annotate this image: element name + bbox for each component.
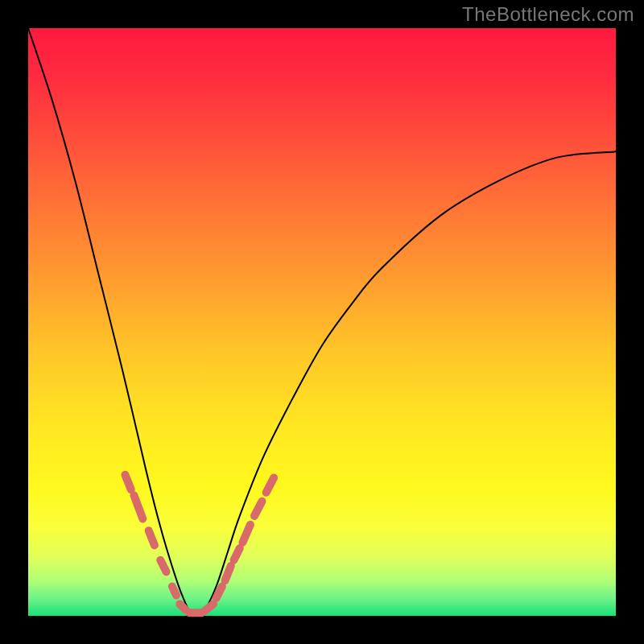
plot-area <box>28 28 616 616</box>
curve-marker-segment <box>160 560 166 572</box>
curve-marker-segment <box>204 604 213 611</box>
bottleneck-chart <box>0 0 644 644</box>
watermark-text: TheBottleneck.com <box>462 3 634 26</box>
curve-marker-segment <box>125 475 130 489</box>
chart-stage: TheBottleneck.com <box>0 0 644 644</box>
curve-marker-segment <box>234 548 240 560</box>
curve-marker-segment <box>217 587 222 599</box>
curve-marker-segment <box>180 604 185 609</box>
curve-marker-segment <box>172 587 176 596</box>
curve-marker-segment <box>225 566 231 580</box>
curve-marker-segment <box>149 530 155 545</box>
